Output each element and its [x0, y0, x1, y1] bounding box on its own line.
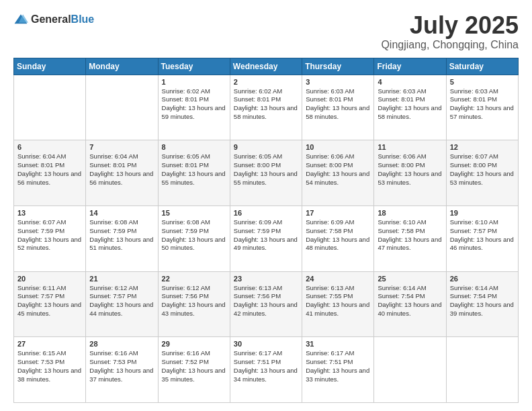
calendar-cell: 10Sunrise: 6:06 AM Sunset: 8:00 PM Dayli… [302, 140, 374, 206]
calendar-week-row: 1Sunrise: 6:02 AM Sunset: 8:01 PM Daylig… [14, 75, 519, 140]
calendar-cell: 27Sunrise: 6:15 AM Sunset: 7:53 PM Dayli… [14, 337, 86, 403]
calendar-cell: 19Sunrise: 6:10 AM Sunset: 7:57 PM Dayli… [446, 205, 518, 271]
day-number: 27 [17, 340, 82, 348]
day-number: 10 [306, 143, 370, 151]
day-number: 15 [162, 209, 226, 217]
day-info: Sunrise: 6:14 AM Sunset: 7:54 PM Dayligh… [378, 284, 442, 318]
day-info: Sunrise: 6:17 AM Sunset: 7:51 PM Dayligh… [234, 349, 298, 383]
day-info: Sunrise: 6:16 AM Sunset: 7:53 PM Dayligh… [89, 349, 154, 383]
day-number: 25 [378, 275, 442, 283]
calendar-cell: 8Sunrise: 6:05 AM Sunset: 8:01 PM Daylig… [158, 140, 230, 206]
logo-general: General [31, 13, 71, 25]
day-info: Sunrise: 6:09 AM Sunset: 7:59 PM Dayligh… [234, 218, 298, 253]
calendar-week-row: 27Sunrise: 6:15 AM Sunset: 7:53 PM Dayli… [14, 337, 519, 403]
day-number: 4 [378, 78, 442, 86]
day-number: 22 [162, 275, 226, 283]
day-number: 16 [234, 209, 298, 217]
day-number: 18 [378, 209, 442, 217]
calendar-cell: 1Sunrise: 6:02 AM Sunset: 8:01 PM Daylig… [158, 75, 230, 140]
calendar-cell: 20Sunrise: 6:11 AM Sunset: 7:57 PM Dayli… [14, 271, 86, 337]
calendar-cell: 3Sunrise: 6:03 AM Sunset: 8:01 PM Daylig… [302, 75, 374, 140]
day-number: 26 [450, 275, 515, 283]
day-info: Sunrise: 6:06 AM Sunset: 8:00 PM Dayligh… [306, 152, 370, 187]
day-number: 21 [89, 275, 154, 283]
calendar-week-row: 20Sunrise: 6:11 AM Sunset: 7:57 PM Dayli… [14, 271, 519, 337]
calendar-header-row: SundayMondayTuesdayWednesdayThursdayFrid… [14, 58, 519, 75]
day-number: 24 [306, 275, 370, 283]
calendar-cell: 7Sunrise: 6:04 AM Sunset: 8:01 PM Daylig… [86, 140, 158, 206]
day-number: 6 [17, 143, 82, 151]
day-number: 17 [306, 209, 370, 217]
calendar-cell: 2Sunrise: 6:02 AM Sunset: 8:01 PM Daylig… [230, 75, 302, 140]
title-month: July 2025 [381, 12, 519, 39]
calendar-cell: 9Sunrise: 6:05 AM Sunset: 8:00 PM Daylig… [230, 140, 302, 206]
day-number: 13 [17, 209, 82, 217]
day-number: 14 [89, 209, 154, 217]
day-number: 20 [17, 275, 82, 283]
day-number: 30 [234, 340, 298, 348]
calendar-cell [86, 75, 158, 140]
day-number: 31 [306, 340, 370, 348]
calendar-week-row: 13Sunrise: 6:07 AM Sunset: 7:59 PM Dayli… [14, 205, 519, 271]
title-block: July 2025 Qingjiang, Chongqing, China [381, 12, 519, 51]
day-info: Sunrise: 6:02 AM Sunset: 8:01 PM Dayligh… [234, 87, 298, 122]
day-number: 8 [162, 143, 226, 151]
logo-text: GeneralBlue [31, 13, 94, 26]
title-location: Qingjiang, Chongqing, China [381, 39, 519, 51]
day-info: Sunrise: 6:04 AM Sunset: 8:01 PM Dayligh… [17, 152, 82, 187]
calendar-cell: 11Sunrise: 6:06 AM Sunset: 8:00 PM Dayli… [374, 140, 446, 206]
calendar-cell: 18Sunrise: 6:10 AM Sunset: 7:58 PM Dayli… [374, 205, 446, 271]
calendar-cell: 26Sunrise: 6:14 AM Sunset: 7:54 PM Dayli… [446, 271, 518, 337]
calendar-cell: 29Sunrise: 6:16 AM Sunset: 7:52 PM Dayli… [158, 337, 230, 403]
calendar-cell [14, 75, 86, 140]
day-info: Sunrise: 6:05 AM Sunset: 8:01 PM Dayligh… [162, 152, 226, 187]
header: GeneralBlue July 2025 Qingjiang, Chongqi… [13, 12, 519, 51]
calendar-cell: 16Sunrise: 6:09 AM Sunset: 7:59 PM Dayli… [230, 205, 302, 271]
day-number: 3 [306, 78, 370, 86]
calendar-cell: 24Sunrise: 6:13 AM Sunset: 7:55 PM Dayli… [302, 271, 374, 337]
day-info: Sunrise: 6:10 AM Sunset: 7:57 PM Dayligh… [450, 218, 515, 253]
calendar-cell: 13Sunrise: 6:07 AM Sunset: 7:59 PM Dayli… [14, 205, 86, 271]
page: GeneralBlue July 2025 Qingjiang, Chongqi… [0, 0, 532, 411]
logo-icon [13, 12, 28, 27]
logo-blue: Blue [71, 13, 95, 25]
calendar-cell: 28Sunrise: 6:16 AM Sunset: 7:53 PM Dayli… [86, 337, 158, 403]
day-number: 5 [450, 78, 515, 86]
day-info: Sunrise: 6:17 AM Sunset: 7:51 PM Dayligh… [306, 349, 370, 383]
weekday-header-friday: Friday [374, 58, 446, 75]
day-info: Sunrise: 6:03 AM Sunset: 8:01 PM Dayligh… [306, 87, 370, 122]
day-number: 19 [450, 209, 515, 217]
day-info: Sunrise: 6:11 AM Sunset: 7:57 PM Dayligh… [17, 284, 82, 318]
day-info: Sunrise: 6:15 AM Sunset: 7:53 PM Dayligh… [17, 349, 82, 383]
day-number: 11 [378, 143, 442, 151]
day-info: Sunrise: 6:03 AM Sunset: 8:01 PM Dayligh… [450, 87, 515, 122]
weekday-header-monday: Monday [86, 58, 158, 75]
day-info: Sunrise: 6:09 AM Sunset: 7:58 PM Dayligh… [306, 218, 370, 253]
calendar-week-row: 6Sunrise: 6:04 AM Sunset: 8:01 PM Daylig… [14, 140, 519, 206]
weekday-header-wednesday: Wednesday [230, 58, 302, 75]
day-number: 23 [234, 275, 298, 283]
day-info: Sunrise: 6:12 AM Sunset: 7:56 PM Dayligh… [162, 284, 226, 318]
calendar-cell: 5Sunrise: 6:03 AM Sunset: 8:01 PM Daylig… [446, 75, 518, 140]
calendar-cell: 25Sunrise: 6:14 AM Sunset: 7:54 PM Dayli… [374, 271, 446, 337]
calendar-cell: 6Sunrise: 6:04 AM Sunset: 8:01 PM Daylig… [14, 140, 86, 206]
calendar-cell: 17Sunrise: 6:09 AM Sunset: 7:58 PM Dayli… [302, 205, 374, 271]
day-number: 2 [234, 78, 298, 86]
day-info: Sunrise: 6:16 AM Sunset: 7:52 PM Dayligh… [162, 349, 226, 383]
calendar-cell: 4Sunrise: 6:03 AM Sunset: 8:01 PM Daylig… [374, 75, 446, 140]
logo: GeneralBlue [13, 12, 94, 27]
calendar-cell: 14Sunrise: 6:08 AM Sunset: 7:59 PM Dayli… [86, 205, 158, 271]
calendar-cell [446, 337, 518, 403]
day-info: Sunrise: 6:13 AM Sunset: 7:56 PM Dayligh… [234, 284, 298, 318]
calendar-cell: 31Sunrise: 6:17 AM Sunset: 7:51 PM Dayli… [302, 337, 374, 403]
day-info: Sunrise: 6:08 AM Sunset: 7:59 PM Dayligh… [162, 218, 226, 253]
day-number: 29 [162, 340, 226, 348]
day-info: Sunrise: 6:03 AM Sunset: 8:01 PM Dayligh… [378, 87, 442, 122]
day-info: Sunrise: 6:06 AM Sunset: 8:00 PM Dayligh… [378, 152, 442, 187]
calendar-cell: 22Sunrise: 6:12 AM Sunset: 7:56 PM Dayli… [158, 271, 230, 337]
day-info: Sunrise: 6:07 AM Sunset: 7:59 PM Dayligh… [17, 218, 82, 253]
day-info: Sunrise: 6:07 AM Sunset: 8:00 PM Dayligh… [450, 152, 515, 187]
day-number: 28 [89, 340, 154, 348]
calendar-cell [374, 337, 446, 403]
day-info: Sunrise: 6:08 AM Sunset: 7:59 PM Dayligh… [89, 218, 154, 253]
